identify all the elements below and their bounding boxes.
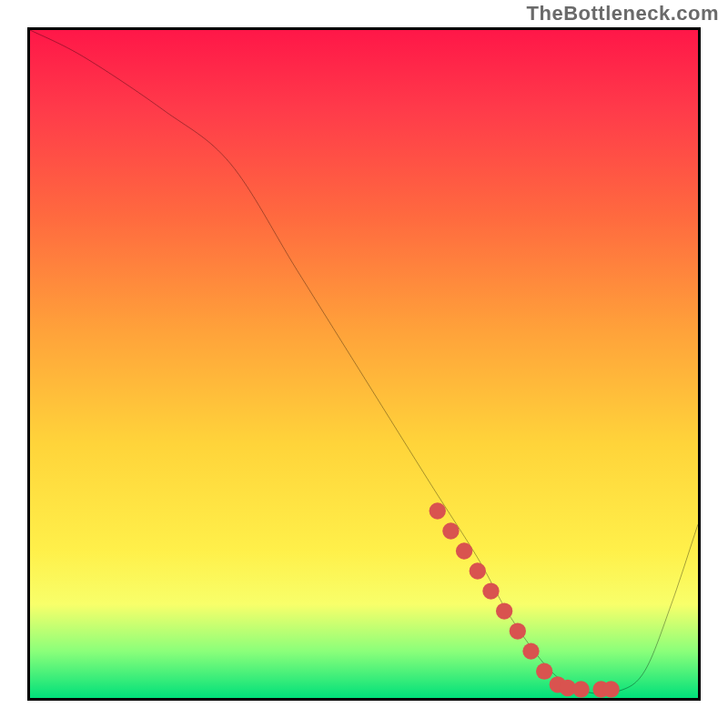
highlight-dot — [470, 562, 486, 579]
watermark-text: TheBottleneck.com — [527, 2, 719, 25]
highlight-dot — [442, 522, 459, 539]
highlight-dot — [510, 622, 526, 639]
highlight-dot — [482, 582, 499, 599]
chart-svg — [30, 30, 698, 698]
bottleneck-curve-path — [30, 30, 698, 693]
highlight-dots — [430, 502, 620, 697]
highlight-dot — [456, 542, 472, 559]
highlight-dot — [536, 662, 552, 679]
highlight-dot — [602, 681, 619, 697]
chart-stage: TheBottleneck.com — [0, 0, 728, 728]
plot-frame — [27, 27, 701, 701]
highlight-dot — [430, 502, 446, 519]
highlight-dot — [572, 681, 589, 697]
highlight-dot — [496, 602, 512, 619]
highlight-dot — [522, 642, 539, 659]
